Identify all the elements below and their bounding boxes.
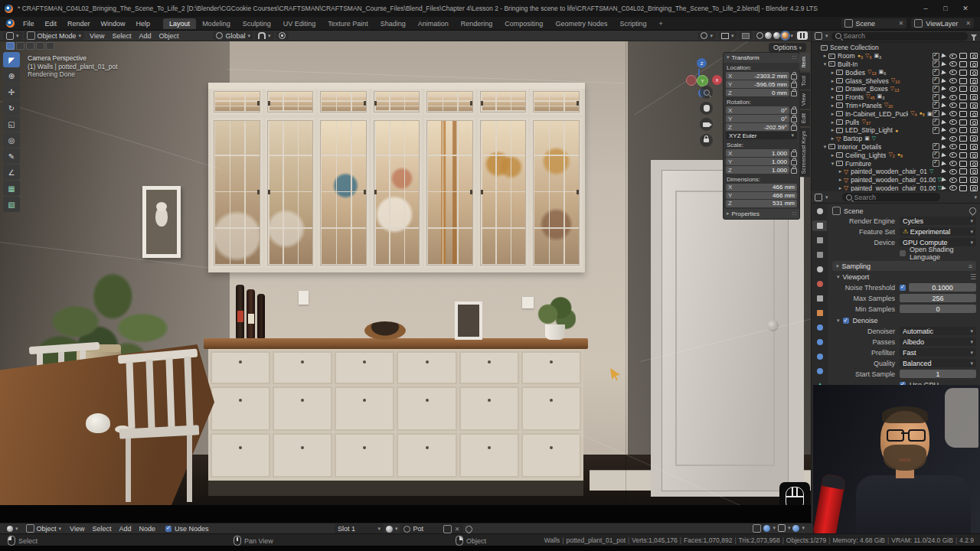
toggle-check-icon[interactable] — [933, 127, 939, 134]
gizmo-axis-z[interactable]: Z — [697, 58, 707, 68]
toggle-eye-icon[interactable] — [949, 61, 957, 67]
toggle-cam-icon[interactable] — [970, 144, 978, 150]
outliner-row[interactable]: Scene Collection — [812, 44, 980, 52]
toggle-screen-icon[interactable] — [959, 111, 967, 117]
toggle-eye-icon[interactable] — [949, 136, 957, 142]
properties-tab-render[interactable] — [812, 220, 827, 231]
lock-view-icon[interactable] — [700, 134, 713, 147]
properties-tab-modifiers[interactable] — [812, 322, 827, 333]
viewport-menu-select[interactable]: Select — [108, 32, 135, 40]
denoise-checkbox[interactable] — [843, 318, 849, 324]
expand-icon[interactable]: ▸ — [829, 70, 836, 76]
toggle-cursor-icon[interactable] — [941, 169, 946, 174]
duplicate-tool[interactable]: ▧ — [3, 197, 20, 212]
options-dropdown[interactable]: Options ▾ — [769, 43, 806, 52]
move-tool[interactable]: ✢ — [3, 84, 20, 99]
toggle-screen-icon[interactable] — [959, 70, 967, 76]
scale-tool[interactable]: ◱ — [3, 116, 20, 132]
properties-search-input[interactable]: Search — [842, 193, 940, 201]
overlay-sphere-icon[interactable] — [792, 525, 799, 532]
viewlayer-unlink-icon[interactable]: ✕ — [965, 20, 971, 27]
lock-icon[interactable] — [791, 117, 797, 122]
outliner-row[interactable]: ▸Fronts▽45▣3 — [812, 93, 980, 102]
shading-wireframe-icon[interactable] — [756, 32, 763, 39]
expand-icon[interactable]: ▸ — [829, 135, 836, 142]
shading-solid-icon[interactable] — [765, 32, 772, 39]
orientation-dropdown[interactable]: Global▾ — [213, 31, 253, 40]
toggle-check-icon[interactable] — [933, 69, 939, 76]
proportional-editing-toggle[interactable] — [276, 31, 289, 40]
properties-tab-output[interactable] — [812, 235, 827, 246]
toggle-eye-icon[interactable] — [949, 78, 957, 83]
properties-tab-object[interactable] — [812, 308, 827, 318]
toggle-eye-icon[interactable] — [949, 54, 957, 59]
toggle-eye-icon[interactable] — [949, 144, 957, 149]
toggle-cam-icon[interactable] — [970, 111, 978, 117]
viewport-3d[interactable]: ▾ Object Mode▾ ViewSelectAddObject Globa… — [0, 31, 811, 523]
toggle-cam-icon[interactable] — [970, 127, 978, 133]
toggle-check-icon[interactable] — [933, 60, 939, 67]
properties-panel-collapsed[interactable]: ▸Properties∷ — [724, 209, 799, 219]
properties-tab-constraints[interactable] — [812, 366, 827, 377]
toggle-screen-icon[interactable] — [959, 185, 967, 191]
transform-panel-header[interactable]: ▾Transform∷ — [724, 53, 799, 63]
expand-icon[interactable]: ▸ — [837, 177, 844, 183]
use-nodes-toggle[interactable]: Use Nodes — [165, 525, 209, 533]
properties-tab-physics[interactable] — [812, 351, 827, 362]
properties-tab-tool[interactable] — [812, 206, 827, 217]
outliner-row[interactable]: ▸▽Bartop▣▽ — [812, 135, 980, 143]
prefilter-dropdown[interactable]: Fast▾ — [900, 348, 976, 357]
properties-tab-particles[interactable] — [812, 337, 827, 347]
toggle-cam-icon[interactable] — [970, 152, 978, 158]
shader-type-dropdown[interactable]: Object▾ — [23, 524, 65, 533]
start-sample-field[interactable]: 1 — [900, 370, 976, 378]
toggle-check-icon[interactable] — [933, 119, 939, 126]
toggle-eye-icon[interactable] — [949, 185, 957, 191]
lock-icon[interactable] — [791, 109, 797, 114]
toggle-screen-icon[interactable] — [959, 168, 967, 174]
dimensions-y-field[interactable]: Y466 mm — [726, 192, 797, 200]
location-x-field[interactable]: X-2303.2 mm — [726, 72, 789, 80]
blender-app-menu-icon[interactable] — [6, 19, 15, 28]
rotation-z-field[interactable]: Z-202.59° — [726, 123, 789, 131]
toggle-cursor-icon[interactable] — [941, 54, 946, 59]
toggle-screen-icon[interactable] — [959, 78, 967, 84]
expand-icon[interactable]: ▸ — [829, 86, 836, 92]
max-samples-field[interactable]: 256 — [900, 294, 976, 302]
transform-tool[interactable]: ◎ — [3, 132, 20, 148]
toggle-eye-icon[interactable] — [949, 169, 957, 174]
toggle-eye-icon[interactable] — [949, 103, 957, 108]
viewport-menu-add[interactable]: Add — [135, 32, 155, 40]
dimensions-z-field[interactable]: Z531 mm — [726, 200, 797, 207]
toggle-cursor-icon[interactable] — [941, 178, 946, 183]
toggle-cam-icon[interactable] — [970, 70, 978, 76]
breadcrumb-scene[interactable]: Scene — [844, 207, 864, 215]
toggle-screen-icon[interactable] — [959, 53, 967, 59]
scale-y-field[interactable]: Y1.000 — [726, 158, 789, 165]
shading-material-icon[interactable] — [773, 32, 780, 39]
shader-menu-view[interactable]: View — [66, 525, 88, 533]
noise-threshold-field[interactable]: 0.1000 — [909, 283, 976, 292]
snapping-icon[interactable] — [763, 525, 770, 532]
shader-menu-add[interactable]: Add — [115, 525, 135, 533]
menu-help[interactable]: Help — [131, 20, 156, 28]
expand-icon[interactable]: ▸ — [829, 111, 836, 117]
outliner-row[interactable]: ▾Furniture — [812, 159, 980, 168]
expand-icon[interactable]: ▾ — [822, 144, 828, 150]
npanel-tab-screencast-keys[interactable]: Screencast Keys — [799, 128, 810, 177]
pin-icon[interactable] — [464, 524, 474, 534]
mode-dropdown[interactable]: Object Mode▾ — [24, 31, 85, 40]
filter-icon[interactable] — [971, 34, 977, 38]
pan-hand-icon[interactable] — [700, 102, 713, 115]
shader-menu-node[interactable]: Node — [135, 525, 159, 533]
scale-x-field[interactable]: X1.000 — [726, 149, 789, 157]
expand-icon[interactable]: ▸ — [829, 78, 836, 84]
minimize-button[interactable]: – — [916, 2, 936, 15]
new-material-icon[interactable] — [443, 525, 452, 533]
toggle-check-icon[interactable] — [933, 94, 939, 101]
outliner-row[interactable]: ▸In-Cabinet_LED_Pucks▽4●8▣ — [812, 109, 980, 118]
toggle-screen-icon[interactable] — [959, 177, 967, 183]
toggle-eye-icon[interactable] — [949, 70, 957, 75]
toggle-screen-icon[interactable] — [959, 135, 967, 142]
toggle-screen-icon[interactable] — [959, 86, 967, 92]
